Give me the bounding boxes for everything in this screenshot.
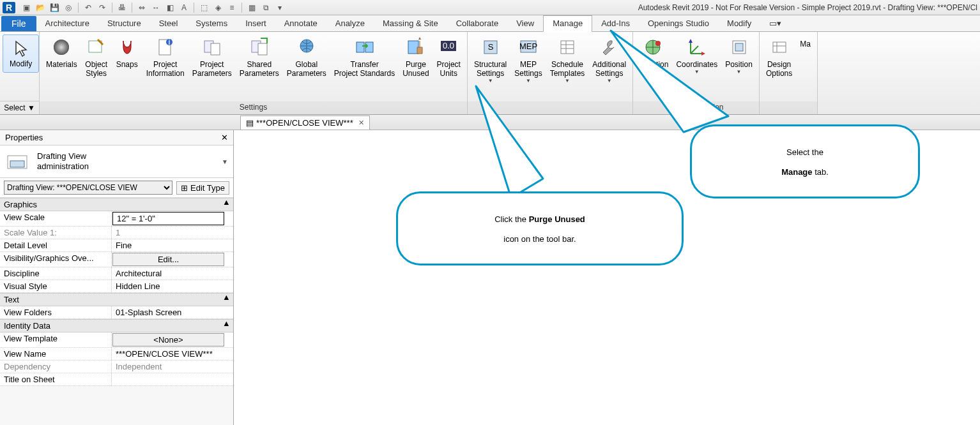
visual-style-field[interactable]: Hidden Line <box>112 280 233 292</box>
main-model-button[interactable]: Ma <box>796 34 815 51</box>
graphics-group-header[interactable]: Graphics⯅ <box>0 198 233 211</box>
callout-tail-2 <box>607 27 735 135</box>
modify-button[interactable]: Modify <box>3 34 39 73</box>
measure-icon[interactable]: ⇔ <box>137 3 147 13</box>
materials-icon <box>51 37 72 57</box>
tab-manage[interactable]: Manage <box>543 15 592 32</box>
global-params-button[interactable]: Global Parameters <box>283 34 330 80</box>
callout-tail-1 <box>473 83 575 204</box>
mep-icon: MEP <box>518 37 539 57</box>
global-params-icon <box>296 37 317 57</box>
view-folders-field[interactable]: 01-Splash Screen <box>112 306 233 318</box>
object-styles-icon <box>86 37 107 57</box>
tab-collaborate[interactable]: Collaborate <box>447 16 508 31</box>
svg-point-1 <box>54 40 69 55</box>
shared-params-button[interactable]: Shared Parameters <box>236 34 283 80</box>
qat-dropdown-icon[interactable]: ▾ <box>275 3 285 13</box>
tab-file[interactable]: File <box>1 16 36 31</box>
save-icon[interactable]: 💾 <box>49 3 59 13</box>
view-tab-label: ***OPEN/CLOSE VIEW*** <box>256 118 353 128</box>
project-info-button[interactable]: iProject Information <box>142 34 188 80</box>
design-options-button[interactable]: Design Options <box>762 34 796 80</box>
redo-icon[interactable]: ↷ <box>97 3 107 13</box>
tab-systems[interactable]: Systems <box>187 16 236 31</box>
tab-architecture[interactable]: Architecture <box>36 16 98 31</box>
ribbon-tabs: File Architecture Structure Steel System… <box>0 15 980 32</box>
visibility-edit-button[interactable]: Edit... <box>112 253 224 266</box>
identity-group-header[interactable]: Identity Data⯅ <box>0 319 233 332</box>
tab-extra-icon[interactable]: ▭▾ <box>760 16 790 31</box>
view-scale-field[interactable]: 12" = 1'-0" <box>112 212 224 225</box>
callout-manage: Select the Manage tab. <box>690 124 920 198</box>
snaps-button[interactable]: Snaps <box>112 34 142 71</box>
svg-rect-9 <box>258 43 267 55</box>
section-icon[interactable]: ◈ <box>213 3 223 13</box>
view-template-button[interactable]: <None> <box>112 333 224 347</box>
project-units-button[interactable]: 0.0Project Units <box>433 34 464 80</box>
object-styles-button[interactable]: Object Styles <box>81 34 112 80</box>
properties-header: Properties ✕ <box>0 130 233 145</box>
edit-type-icon: ⊞ <box>181 183 188 193</box>
properties-panel: Properties ✕ Drafting Viewadministration… <box>0 130 234 425</box>
tab-insert[interactable]: Insert <box>236 16 275 31</box>
svg-rect-7 <box>211 43 220 55</box>
purge-unused-button[interactable]: Purge Unused <box>399 34 433 80</box>
text-icon[interactable]: A <box>179 3 189 13</box>
close-tab-icon[interactable]: ✕ <box>358 119 364 127</box>
tab-structure[interactable]: Structure <box>98 16 150 31</box>
svg-text:0.0: 0.0 <box>443 41 454 50</box>
title-on-sheet-field[interactable] <box>112 373 233 385</box>
tab-analyze[interactable]: Analyze <box>326 16 374 31</box>
svg-text:S: S <box>487 42 493 52</box>
edit-type-button[interactable]: ⊞Edit Type <box>176 181 229 195</box>
transfer-icon <box>355 37 375 57</box>
mep-settings-button[interactable]: MEPMEP Settings▼ <box>510 34 546 86</box>
cursor-icon <box>12 39 30 57</box>
structural-settings-button[interactable]: SStructural Settings▼ <box>470 34 510 86</box>
3d-icon[interactable]: ⬚ <box>199 3 209 13</box>
structural-icon: S <box>480 37 501 57</box>
close-panel-icon[interactable]: ✕ <box>221 133 228 142</box>
text-group-header[interactable]: Text⯅ <box>0 293 233 306</box>
open-folder-icon[interactable]: 📂 <box>35 3 45 13</box>
select-dropdown[interactable]: Select ▼ <box>0 101 39 114</box>
tag-icon[interactable]: ◧ <box>165 3 175 13</box>
project-info-icon: i <box>155 37 176 57</box>
revit-logo-icon[interactable]: R <box>3 2 15 13</box>
sync-icon[interactable]: ◎ <box>63 3 73 13</box>
chevron-down-icon: ▼ <box>222 158 228 165</box>
materials-button[interactable]: Materials <box>42 34 81 71</box>
snaps-icon <box>117 37 137 57</box>
print-icon[interactable]: 🖶 <box>117 3 127 13</box>
panel-schedule-button[interactable]: Schedule Templates▼ <box>546 34 589 86</box>
svg-rect-24 <box>735 43 743 51</box>
open-icon[interactable]: ▣ <box>21 3 31 13</box>
svg-rect-25 <box>773 42 786 52</box>
view-name-field[interactable]: ***OPEN/CLOSE VIEW*** <box>112 348 233 360</box>
svg-rect-20 <box>561 41 574 54</box>
quick-access-toolbar: R ▣ 📂 💾 ◎ ↶ ↷ 🖶 ⇔ ↔ ◧ A ⬚ ◈ ≡ ▦ ⧉ ▾ Auto… <box>0 0 980 15</box>
project-params-icon <box>202 37 222 57</box>
close-views-icon[interactable]: ▦ <box>247 3 257 13</box>
design-options-icon <box>769 37 790 57</box>
svg-rect-11 <box>356 42 364 52</box>
shared-params-icon <box>249 37 270 57</box>
transfer-standards-button[interactable]: Transfer Project Standards <box>330 34 399 80</box>
dimension-icon[interactable]: ↔ <box>151 3 161 13</box>
detail-level-field[interactable]: Fine <box>112 239 233 251</box>
window-title: Autodesk Revit 2019 - Not For Resale Ver… <box>638 3 977 12</box>
discipline-field[interactable]: Architectural <box>112 267 233 280</box>
tab-massing[interactable]: Massing & Site <box>374 16 447 31</box>
type-selector[interactable]: Drafting Viewadministration ▼ <box>0 145 233 178</box>
svg-text:MEP: MEP <box>519 41 537 51</box>
project-params-button[interactable]: Project Parameters <box>188 34 236 80</box>
tab-view[interactable]: View <box>507 16 543 31</box>
tab-annotate[interactable]: Annotate <box>275 16 326 31</box>
view-tab[interactable]: ▤ ***OPEN/CLOSE VIEW*** ✕ <box>240 116 370 130</box>
purge-icon <box>406 37 426 57</box>
thin-lines-icon[interactable]: ≡ <box>227 3 237 13</box>
undo-icon[interactable]: ↶ <box>83 3 93 13</box>
view-selector[interactable]: Drafting View: ***OPEN/CLOSE VIEW <box>4 181 172 195</box>
switch-window-icon[interactable]: ⧉ <box>261 3 271 13</box>
tab-steel[interactable]: Steel <box>150 16 187 31</box>
